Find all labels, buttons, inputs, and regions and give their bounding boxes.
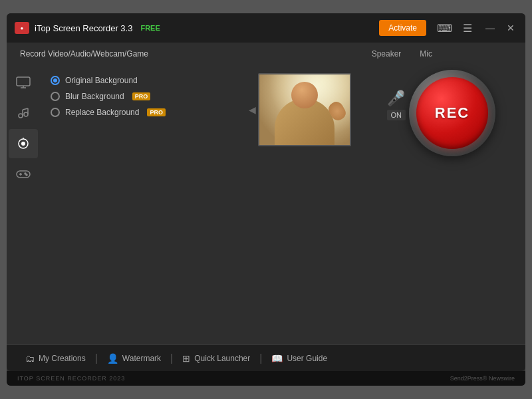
footer-bar: ITOP SCREEN RECORDER 2023 Send2Press® Ne… bbox=[7, 371, 525, 386]
blur-label: Blur Background bbox=[65, 92, 124, 101]
left-sidebar bbox=[7, 65, 40, 342]
sidebar-tab-game[interactable] bbox=[9, 160, 38, 189]
free-badge: FREE bbox=[140, 24, 160, 32]
blur-pro-badge: PRO bbox=[132, 92, 151, 100]
audio-labels: Speaker Mic bbox=[372, 49, 432, 59]
rec-label: REC bbox=[435, 104, 469, 122]
rec-button[interactable]: REC bbox=[416, 77, 488, 149]
mic-label: Mic bbox=[420, 49, 432, 59]
svg-line-7 bbox=[23, 108, 28, 110]
watermark-icon: 👤 bbox=[107, 353, 118, 364]
svg-point-15 bbox=[26, 174, 27, 176]
replace-label: Replace Background bbox=[65, 108, 139, 117]
quick-launcher-label: Quick Launcher bbox=[194, 354, 250, 363]
svg-rect-11 bbox=[17, 171, 30, 178]
my-creations-icon: 🗂 bbox=[25, 353, 35, 364]
user-guide-button[interactable]: 📖 User Guide bbox=[263, 353, 335, 364]
quick-launcher-icon: ⊞ bbox=[182, 353, 190, 364]
footer-right: Send2Press® Newswire bbox=[450, 375, 515, 382]
blur-radio[interactable] bbox=[51, 92, 60, 101]
minimize-button[interactable]: — bbox=[483, 21, 497, 35]
app-logo: ● bbox=[15, 22, 29, 34]
close-button[interactable]: ✕ bbox=[504, 21, 517, 35]
key-icon[interactable]: ⌨ bbox=[437, 22, 452, 35]
my-creations-label: My Creations bbox=[39, 354, 86, 363]
svg-point-4 bbox=[24, 112, 28, 116]
subtitle-bar: Record Video/Audio/Webcam/Game Speaker M… bbox=[7, 43, 525, 63]
replace-radio[interactable] bbox=[51, 108, 60, 117]
window-controls: — ✕ bbox=[483, 21, 517, 35]
subtitle-text: Record Video/Audio/Webcam/Game bbox=[20, 49, 148, 59]
app-window: ● iTop Screen Recorder 3.3 FREE Activate… bbox=[7, 13, 525, 386]
user-guide-icon: 📖 bbox=[271, 353, 283, 364]
watermark-label: Watermark bbox=[122, 354, 161, 363]
sidebar-tab-webcam[interactable] bbox=[9, 129, 38, 158]
original-label: Original Background bbox=[65, 76, 138, 85]
replace-pro-badge: PRO bbox=[147, 108, 166, 116]
activate-button[interactable]: Activate bbox=[379, 20, 426, 36]
watermark-button[interactable]: 👤 Watermark bbox=[99, 353, 169, 364]
menu-icon[interactable]: ☰ bbox=[463, 22, 472, 35]
original-radio[interactable] bbox=[51, 76, 60, 85]
app-title: iTop Screen Recorder 3.3 bbox=[35, 23, 132, 33]
mic-on-label[interactable]: ON bbox=[387, 110, 406, 120]
svg-point-3 bbox=[19, 114, 23, 118]
divider-2: | bbox=[170, 352, 173, 364]
sidebar-tab-screen[interactable] bbox=[9, 68, 38, 97]
webcam-preview-area: ◀ bbox=[246, 73, 351, 146]
divider-3: | bbox=[259, 352, 262, 364]
svg-point-9 bbox=[21, 142, 25, 146]
my-creations-button[interactable]: 🗂 My Creations bbox=[17, 353, 94, 364]
mic-status-area: 🎤 ON bbox=[387, 90, 406, 120]
title-bar: ● iTop Screen Recorder 3.3 FREE Activate… bbox=[7, 13, 525, 43]
user-guide-label: User Guide bbox=[287, 354, 327, 363]
mic-icon[interactable]: 🎤 bbox=[387, 90, 405, 107]
bottom-toolbar: 🗂 My Creations | 👤 Watermark | ⊞ Quick L… bbox=[7, 344, 525, 371]
webcam-preview bbox=[258, 73, 351, 146]
svg-point-14 bbox=[25, 173, 26, 174]
footer-left: ITOP SCREEN RECORDER 2023 bbox=[17, 375, 125, 382]
webcam-arrow-left[interactable]: ◀ bbox=[246, 96, 258, 123]
svg-rect-0 bbox=[17, 77, 30, 86]
quick-launcher-button[interactable]: ⊞ Quick Launcher bbox=[174, 353, 258, 364]
rec-button-area: REC bbox=[406, 66, 499, 160]
rec-button-outer: REC bbox=[409, 70, 495, 156]
divider-1: | bbox=[95, 352, 98, 364]
sidebar-tab-audio[interactable] bbox=[9, 98, 38, 128]
speaker-label: Speaker bbox=[372, 49, 402, 59]
